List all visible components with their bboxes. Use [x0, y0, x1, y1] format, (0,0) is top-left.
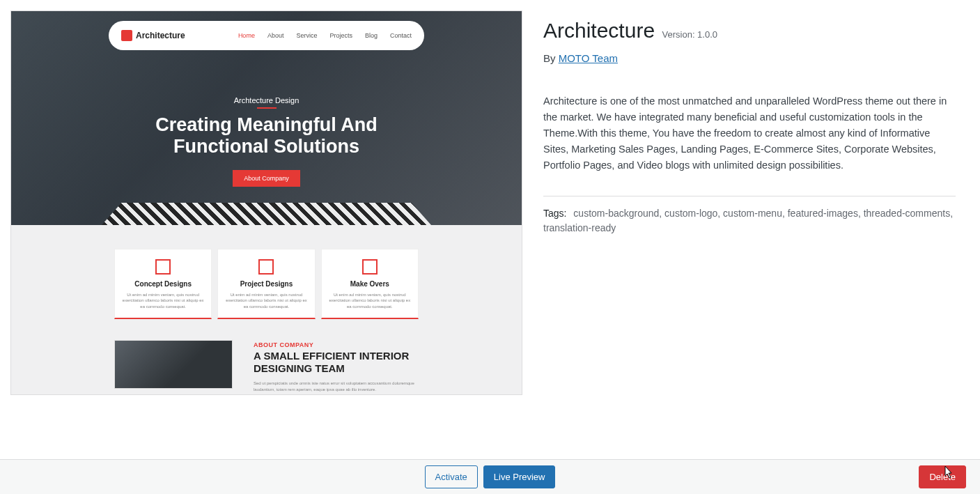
tags-list: custom-background, custom-logo, custom-m…: [543, 208, 953, 233]
theme-tags: Tags: custom-background, custom-logo, cu…: [543, 206, 956, 236]
preview-hero: Architecture Home About Service Projects…: [11, 11, 522, 225]
card-icon: [362, 259, 378, 275]
preview-rug-pattern: [102, 203, 431, 225]
theme-details-modal: Architecture Home About Service Projects…: [0, 0, 980, 460]
preview-menu-home: Home: [238, 32, 255, 39]
preview-hero-button: About Company: [233, 170, 300, 187]
about-desc: Sed ut perspiciatis unde omnis iste natu…: [254, 380, 419, 393]
card-text: Ut enim ad minim veniam, quis nostrud ex…: [122, 292, 204, 309]
preview-about-text: ABOUT COMPANY A SMALL EFFICIENT INTERIOR…: [254, 340, 419, 393]
theme-description: Architecture is one of the most unmatche…: [543, 93, 956, 173]
preview-cards-row: Concept Designs Ut enim ad minim veniam,…: [11, 225, 522, 336]
theme-author-link[interactable]: MOTO Team: [559, 52, 618, 64]
preview-menu: Home About Service Projects Blog Contact: [238, 32, 412, 39]
preview-hero-title: Creating Meaningful And Functional Solut…: [11, 114, 522, 157]
tags-label: Tags:: [543, 208, 566, 219]
card-title: Project Designs: [225, 280, 307, 288]
card-title: Make Overs: [329, 280, 411, 288]
about-title: A SMALL EFFICIENT INTERIOR DESIGNING TEA…: [254, 350, 419, 375]
preview-navbar: Architecture Home About Service Projects…: [109, 21, 424, 50]
card-text: Ut enim ad minim veniam, quis nostrud ex…: [329, 292, 411, 309]
preview-card: Concept Designs Ut enim ad minim veniam,…: [114, 249, 212, 319]
preview-logo-text: Architecture: [136, 31, 185, 40]
about-label: ABOUT COMPANY: [254, 341, 419, 348]
activate-button[interactable]: Activate: [425, 465, 478, 488]
preview-menu-blog: Blog: [365, 32, 378, 39]
preview-about-image: [114, 340, 233, 389]
preview-menu-about: About: [267, 32, 284, 39]
logo-icon: [121, 30, 132, 41]
by-prefix: By: [543, 52, 559, 64]
theme-title: Architecture: [543, 19, 655, 42]
preview-card: Make Overs Ut enim ad minim veniam, quis…: [321, 249, 419, 319]
preview-card: Project Designs Ut enim ad minim veniam,…: [217, 249, 315, 319]
preview-hero-center: Archtecture Design Creating Meaningful A…: [11, 96, 522, 187]
theme-screenshot: Architecture Home About Service Projects…: [10, 10, 522, 395]
preview-menu-contact: Contact: [390, 32, 412, 39]
theme-info-column: Architecture Version: 1.0.0 By MOTO Team…: [522, 10, 970, 449]
card-text: Ut enim ad minim veniam, quis nostrud ex…: [225, 292, 307, 309]
live-preview-button[interactable]: Live Preview: [483, 465, 556, 488]
theme-byline: By MOTO Team: [543, 52, 956, 64]
preview-about-row: ABOUT COMPANY A SMALL EFFICIENT INTERIOR…: [11, 336, 522, 393]
screenshot-column: Architecture Home About Service Projects…: [10, 10, 522, 449]
preview-hero-tag: Archtecture Design: [11, 96, 522, 109]
preview-menu-projects: Projects: [329, 32, 352, 39]
card-title: Concept Designs: [122, 280, 204, 288]
delete-button[interactable]: Delete: [919, 465, 966, 488]
preview-logo: Architecture: [121, 30, 185, 41]
card-icon: [155, 259, 171, 275]
theme-version: Version: 1.0.0: [662, 29, 718, 40]
modal-footer: Activate Live Preview Delete: [0, 459, 980, 494]
theme-header: Architecture Version: 1.0.0: [543, 19, 956, 43]
preview-menu-service: Service: [296, 32, 317, 39]
divider: [543, 196, 956, 196]
card-icon: [258, 259, 274, 275]
